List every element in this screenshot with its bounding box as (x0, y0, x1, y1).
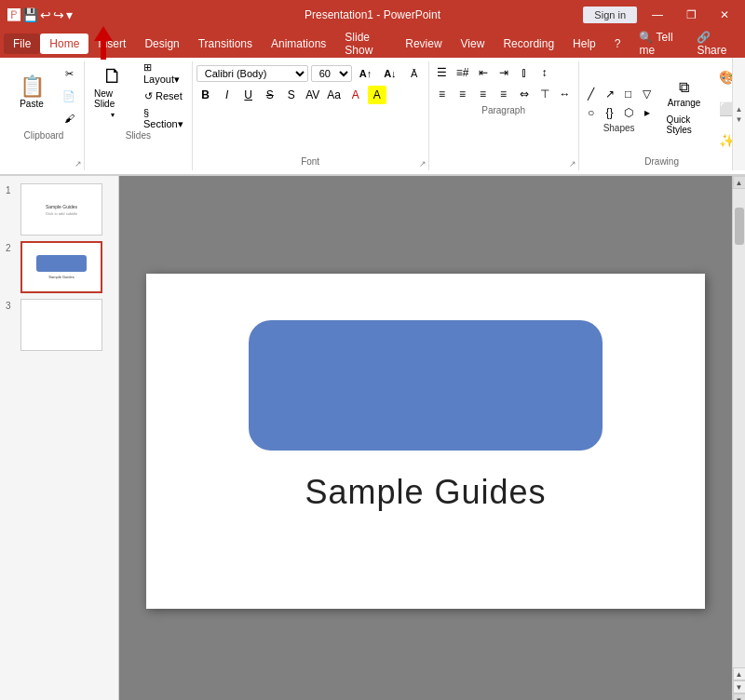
ribbon-group-drawing: ╱ ↗ □ ▽ ○ {} ⬡ ▸ Shapes ⧉ Arrange (579, 61, 745, 170)
section-button[interactable]: § Section▾ (139, 108, 188, 128)
justify-button[interactable]: ≡ (494, 85, 513, 103)
underline-button[interactable]: U (239, 86, 258, 104)
shape-8[interactable]: ▸ (639, 104, 656, 121)
cut-button[interactable]: ✂ (58, 63, 80, 84)
align-left-button[interactable]: ≡ (433, 85, 452, 103)
minimize-button[interactable]: — (644, 6, 670, 24)
font-size-dropdown[interactable]: 60 (311, 65, 352, 82)
slide-2-thumb-text: Sample Guides (48, 275, 74, 279)
increase-font-button[interactable]: A↑ (355, 63, 376, 84)
scroll-mid-down[interactable]: ▼ (733, 680, 746, 693)
restore-button[interactable]: ❐ (678, 6, 704, 24)
clear-format-button[interactable]: Ā (404, 63, 425, 84)
menu-file[interactable]: File (4, 34, 40, 54)
signin-button[interactable]: Sign in (583, 7, 637, 23)
numbered-button[interactable]: ≡# (454, 63, 472, 82)
shape-3[interactable]: □ (620, 86, 637, 102)
ribbon-scroll-down[interactable]: ▼ (736, 115, 743, 124)
align-right-button[interactable]: ≡ (474, 85, 493, 103)
scroll-mid-up[interactable]: ▲ (733, 667, 746, 680)
char-spacing-button[interactable]: AV (304, 86, 322, 104)
save-icon[interactable]: 💾 (22, 7, 38, 22)
shape-2[interactable]: ↗ (602, 86, 618, 102)
undo-icon[interactable]: ↩ (40, 7, 51, 22)
menu-question[interactable]: ? (605, 34, 630, 54)
slide-1-number: 1 (6, 185, 17, 195)
align-text-button[interactable]: ⊤ (535, 85, 554, 103)
shape-6[interactable]: {} (602, 104, 618, 121)
line-spacing-button[interactable]: ↕ (535, 63, 554, 82)
layout-button[interactable]: ⊞ Layout▾ (139, 63, 188, 84)
menu-home[interactable]: Home (40, 34, 88, 54)
paragraph-expand-icon[interactable]: ↗ (569, 159, 576, 168)
scrollbar-thumb[interactable] (735, 208, 744, 245)
paragraph-label: Paragraph (433, 105, 575, 117)
ribbon-group-paragraph: ☰ ≡# ⇤ ⇥ ⫿ ↕ ≡ ≡ ≡ ≡ ⇔ ⊤ ↔ Paragraph (429, 61, 579, 170)
menu-transitions[interactable]: Transitions (189, 34, 262, 54)
scroll-up-button[interactable]: ▲ (733, 176, 746, 189)
slide-1-container: 1 Sample Guides Click to add subtitle (6, 183, 113, 236)
menu-insert[interactable]: Insert (88, 34, 135, 54)
scroll-down-button[interactable]: ▼ (733, 693, 746, 700)
slide-3-thumb[interactable] (20, 299, 102, 351)
paste-icon: 📋 (20, 76, 45, 97)
menu-tell-me[interactable]: 🔍 Tell me (630, 27, 687, 61)
canvas-area: Sample Guides (119, 176, 732, 700)
menu-share[interactable]: 🔗 Share (687, 27, 741, 61)
menu-view[interactable]: View (452, 34, 494, 54)
new-slide-dropdown-icon[interactable]: ▾ (111, 111, 115, 119)
menu-slideshow[interactable]: Slide Show (335, 27, 396, 61)
shape-7[interactable]: ⬡ (620, 104, 637, 121)
smartart-button[interactable]: ↔ (556, 85, 575, 103)
align-center-button[interactable]: ≡ (454, 85, 472, 103)
bold-button[interactable]: B (196, 86, 215, 104)
font-color-button[interactable]: A (346, 86, 365, 104)
slide-title: Sample Guides (305, 473, 546, 512)
decrease-font-button[interactable]: A↓ (379, 63, 400, 84)
decrease-indent-button[interactable]: ⇤ (474, 63, 493, 82)
shadow-button[interactable]: S (282, 86, 301, 104)
shape-4[interactable]: ▽ (639, 86, 656, 102)
increase-indent-button[interactable]: ⇥ (494, 63, 513, 82)
columns-button[interactable]: ⫿ (515, 63, 534, 82)
arrange-button[interactable]: ⧉ Arrange (662, 79, 707, 107)
close-button[interactable]: ✕ (711, 6, 738, 24)
font-name-dropdown[interactable]: Calibri (Body) (196, 65, 308, 82)
shape-1[interactable]: ╱ (583, 86, 600, 102)
menu-help[interactable]: Help (563, 34, 605, 54)
slide-1-thumb[interactable]: Sample Guides Click to add subtitle (20, 183, 102, 236)
slide-canvas[interactable]: Sample Guides (146, 274, 705, 609)
clipboard-expand-icon[interactable]: ↗ (74, 159, 82, 168)
menu-review[interactable]: Review (396, 34, 451, 54)
shape-5[interactable]: ○ (583, 104, 600, 121)
font-expand-icon[interactable]: ↗ (419, 159, 427, 168)
slide-1-thumb-subtitle: Click to add subtitle (46, 211, 78, 216)
change-case-button[interactable]: Aa (325, 86, 344, 104)
ribbon-scroll-up[interactable]: ▲ (736, 105, 743, 114)
slide-2-thumb[interactable]: Sample Guides (20, 241, 102, 293)
menu-design[interactable]: Design (135, 34, 188, 54)
bullets-button[interactable]: ☰ (433, 63, 452, 82)
app-icon: 🅿 (7, 7, 20, 22)
paste-button[interactable]: 📋 Paste (7, 63, 56, 121)
new-slide-button[interactable]: 🗋 New Slide ▾ (88, 63, 137, 121)
menu-recording[interactable]: Recording (494, 34, 563, 54)
slide-shape[interactable] (249, 320, 603, 451)
font-label: Font (196, 156, 425, 168)
slide-2-container: 2 Sample Guides (6, 241, 113, 293)
ribbon-group-font: Calibri (Body) 60 A↑ A↓ Ā B I U S S AV (193, 61, 429, 170)
copy-button[interactable]: 📄 (58, 86, 80, 106)
main-area: 1 Sample Guides Click to add subtitle 2 … (0, 176, 745, 700)
format-painter-button[interactable]: 🖌 (58, 108, 80, 128)
ribbon-group-clipboard: 📋 Paste ✂ 📄 🖌 Clipboard ↗ (4, 61, 85, 170)
reset-button[interactable]: ↺ Reset (139, 86, 188, 106)
shapes-grid: ╱ ↗ □ ▽ ○ {} ⬡ ▸ (583, 86, 656, 121)
menu-animations[interactable]: Animations (262, 34, 335, 54)
text-direction-button[interactable]: ⇔ (515, 85, 534, 103)
italic-button[interactable]: I (218, 86, 237, 104)
highlight-button[interactable]: A (368, 86, 386, 104)
redo-icon[interactable]: ↪ (53, 7, 64, 22)
strikethrough-button[interactable]: S (261, 86, 279, 104)
quick-styles-button[interactable]: Quick Styles (661, 111, 708, 139)
customize-qat-icon[interactable]: ▾ (66, 7, 73, 22)
